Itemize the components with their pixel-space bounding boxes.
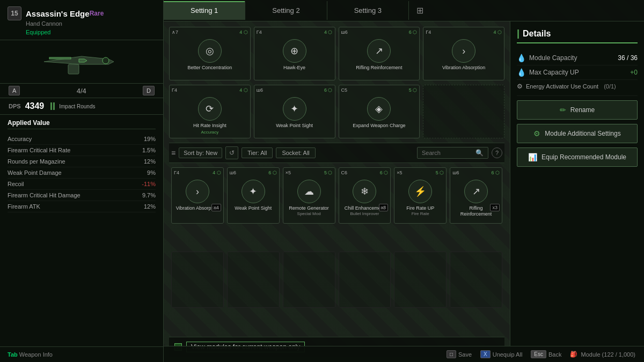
stat-value-1: 1.5% — [142, 147, 156, 153]
avail-module-empty-3 — [339, 252, 391, 308]
module-additional-settings-button[interactable]: ⚙ Module Additional Settings — [517, 124, 638, 143]
weapon-info-label: Weapon Info — [19, 351, 53, 358]
equip-recommended-icon: 📊 — [528, 153, 537, 161]
refresh-button[interactable]: ↺ — [225, 146, 238, 159]
tier-filter-button[interactable]: Tier: All — [241, 147, 273, 158]
module-icon: 🎒 — [570, 351, 577, 358]
module-cost-1: 4 ⬡ — [324, 29, 333, 35]
module-tier-r2-1: ш6 — [257, 87, 263, 93]
avail-tier-4: ×5 — [397, 170, 402, 175]
add-setting-button[interactable]: ⊞ — [409, 0, 431, 21]
avail-icon-2: ☁ — [297, 180, 321, 203]
x-key: X — [480, 350, 491, 358]
detail-energy-row: ⚙ Energy Activator Use Count (0/1) — [517, 80, 638, 96]
avail-tier-1: ш6 — [230, 170, 236, 175]
module-cost-2: 6 ⬡ — [409, 29, 418, 35]
avail-module-2[interactable]: ×5 5 ⬡ ☁ Remote Generator Special Mod — [283, 167, 335, 224]
avail-cost-0: 4 ⬡ — [213, 170, 221, 175]
tab-setting2[interactable]: Setting 2 — [245, 1, 327, 20]
filter-bar: ≡ Sort by: New ↺ Tier: All Socket: All 🔍… — [169, 143, 504, 163]
equipped-module-r2-3[interactable] — [423, 85, 504, 138]
search-icon: 🔍 — [475, 149, 484, 157]
module-area: ∧7 4 ⬡ ◎ Better Concentration Γ4 4 ⬡ ⊕ H… — [164, 21, 510, 362]
avail-module-1[interactable]: ш6 6 ⬡ ✦ Weak Point Sight — [227, 167, 280, 224]
tabs-row: Setting 1 Setting 2 Setting 3 ⊞ — [164, 0, 644, 21]
module-tier-2: ш6 — [341, 29, 348, 35]
stat-value-3: 9% — [147, 169, 156, 176]
rename-button[interactable]: ✏ Rename — [517, 100, 638, 120]
module-count-value: Module (122 / 1,000) — [581, 351, 635, 358]
ammo-indicator: Impact Rounds — [50, 102, 95, 110]
slot-key-right: D — [143, 86, 155, 95]
stat-value-0: 19% — [144, 136, 156, 142]
weapon-type: Hand Cannon — [26, 20, 156, 27]
equipped-module-r2-2[interactable]: C5 5 ⬡ ◈ Expand Weapon Charge — [339, 85, 420, 138]
module-name-r2-0: Hit Rate Insight — [193, 123, 226, 129]
avail-icon-0: › — [186, 180, 209, 203]
avail-tier-2: ×5 — [286, 170, 291, 175]
avail-cost-3: 6 ⬡ — [380, 170, 389, 175]
avail-count-0: x4 — [211, 204, 221, 211]
stat-row: Recoil -11% — [8, 179, 156, 190]
capacity-icon: 💧 — [517, 54, 526, 62]
sort-by-button[interactable]: Sort by: New — [179, 147, 222, 158]
tab-setting3[interactable]: Setting 3 — [327, 1, 409, 20]
stat-row: Firearm Critical Hit Damage 9.7% — [8, 190, 156, 201]
slot-count: 4/4 — [77, 87, 86, 95]
weapon-name: Assassin's Edge — [26, 9, 90, 18]
avail-module-4[interactable]: ×5 5 ⬡ ⚡ Fire Rate UP Fire Rate — [394, 167, 447, 224]
stat-row: Firearm Critical Hit Rate 1.5% — [8, 145, 156, 156]
equipped-module-1[interactable]: Γ4 4 ⬡ ⊕ Hawk-Eye — [254, 27, 335, 80]
equipped-modules-row1: ∧7 4 ⬡ ◎ Better Concentration Γ4 4 ⬡ ⊕ H… — [169, 27, 504, 80]
avail-module-3[interactable]: C6 6 ⬡ ❄ Chill Enhancement x8 Bullet Imp… — [339, 167, 391, 224]
weapon-rarity: Rare — [90, 10, 104, 17]
slot-key-left: A — [9, 86, 20, 95]
tab-setting1[interactable]: Setting 1 — [164, 1, 245, 20]
equipped-module-0[interactable]: ∧7 4 ⬡ ◎ Better Concentration — [169, 27, 251, 80]
avail-name-4: Fire Rate UP — [406, 205, 434, 211]
additional-settings-icon: ⚙ — [533, 129, 540, 138]
content-split: ∧7 4 ⬡ ◎ Better Concentration Γ4 4 ⬡ ⊕ H… — [164, 21, 644, 362]
weapon-level: 15 — [8, 6, 21, 20]
search-box: 🔍 — [417, 147, 488, 159]
detail-maxcap-label: 💧 Max Capacity UP — [517, 68, 579, 77]
avail-cost-1: 6 ⬡ — [268, 170, 277, 175]
help-button[interactable]: ? — [492, 147, 502, 158]
avail-module-empty-1 — [227, 252, 280, 308]
stat-row: Rounds per Magazine 12% — [8, 156, 156, 167]
stat-value-5: 9.7% — [142, 192, 156, 198]
module-cost-r2-2: 5 ⬡ — [409, 87, 418, 93]
module-icon-r2-0: ⟳ — [198, 97, 222, 121]
module-tier-1: Γ4 — [257, 29, 262, 35]
module-name-r2-2: Expand Weapon Charge — [353, 123, 405, 129]
module-icon-2: ↗ — [367, 39, 391, 63]
module-cat-r2-0: Accuracy — [201, 130, 218, 135]
module-name-3: Vibration Absorption — [442, 65, 485, 71]
save-hint: □ Save — [447, 350, 472, 358]
avail-module-0[interactable]: Γ4 4 ⬡ › Vibration Absorption x4 — [171, 167, 224, 224]
weapon-slots: A 4/4 D — [0, 83, 163, 98]
dps-value: 4349 — [25, 101, 45, 111]
detail-capacity-row: 💧 Module Capacity 36 / 36 — [517, 51, 638, 65]
save-key: □ — [447, 350, 456, 358]
stat-name-5: Firearm Critical Hit Damage — [8, 192, 80, 198]
avail-module-5[interactable]: ш6 6 ⬡ ↗ Rifling Reinforcement x3 — [450, 167, 502, 224]
module-name-0: Better Concentration — [188, 65, 232, 71]
equipped-module-r2-0[interactable]: Γ4 4 ⬡ ⟳ Hit Rate Insight Accuracy — [169, 85, 251, 138]
equip-recommended-button[interactable]: 📊 Equip Recommended Module — [517, 147, 638, 167]
equipped-module-2[interactable]: ш6 6 ⬡ ↗ Rifling Reinforcement — [339, 27, 420, 80]
avail-tier-3: C6 — [341, 170, 348, 175]
module-icon-1: ⊕ — [283, 39, 306, 63]
stat-name-1: Firearm Critical Hit Rate — [8, 147, 70, 153]
equipped-module-r2-1[interactable]: ш6 6 ⬡ ✦ Weak Point Sight — [254, 85, 335, 138]
ammo-type: Impact Rounds — [59, 104, 95, 109]
socket-filter-button[interactable]: Socket: All — [276, 147, 315, 158]
search-input[interactable] — [422, 150, 475, 156]
stat-name-3: Weak Point Damage — [8, 169, 62, 176]
avail-tier-5: ш6 — [452, 170, 459, 175]
weapon-header: 15 Assassin's Edge Rare Hand Cannon Equi… — [0, 0, 163, 40]
equipped-module-3[interactable]: Γ4 4 ⬡ › Vibration Absorption — [423, 27, 504, 80]
sort-icon[interactable]: ≡ — [171, 149, 175, 157]
avail-cost-2: 5 ⬡ — [324, 170, 333, 175]
energy-icon: ⚙ — [517, 83, 523, 90]
